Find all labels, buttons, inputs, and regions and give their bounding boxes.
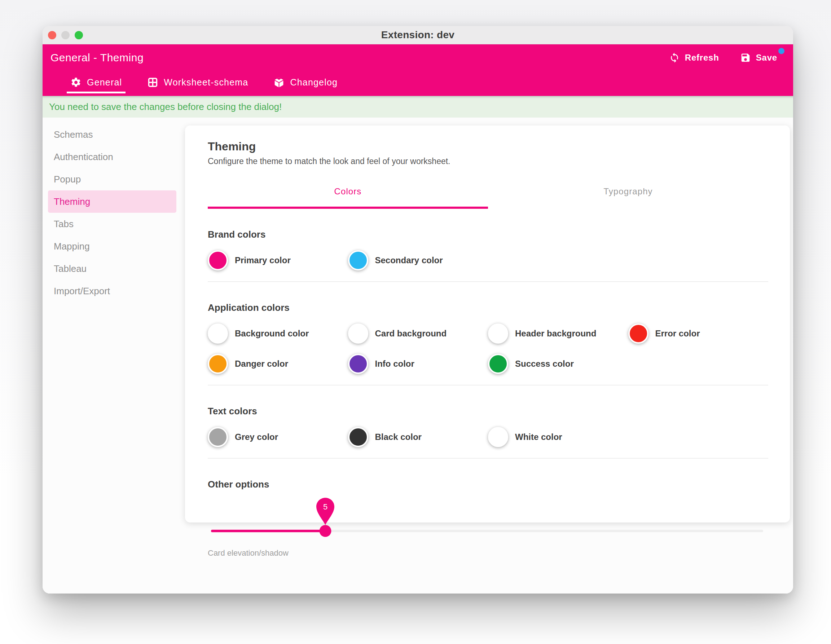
sidebar-item-tabs[interactable]: Tabs	[48, 213, 177, 235]
swatch-success-color: Success color	[488, 354, 628, 374]
slider-value-balloon: 5	[315, 497, 336, 527]
tab-changelog-label: Changelog	[290, 77, 337, 87]
swatch-info-color: Info color	[348, 354, 488, 374]
slider-track-fill	[211, 530, 329, 532]
danger-color-swatch[interactable]	[208, 354, 228, 374]
tab-colors[interactable]: Colors	[208, 186, 488, 209]
section-title: Other options	[208, 479, 768, 490]
tab-typography[interactable]: Typography	[488, 186, 768, 209]
swatch-label: Primary color	[235, 255, 291, 266]
tab-changelog[interactable]: Changelog	[270, 77, 341, 96]
settings-sidebar: Schemas Authentication Popup Theming Tab…	[48, 123, 177, 302]
swatch-label: Grey color	[235, 432, 278, 442]
black-color-swatch[interactable]	[348, 427, 368, 447]
swatch-label: Success color	[515, 359, 574, 369]
save-button-label: Save	[756, 52, 777, 63]
secondary-color-swatch[interactable]	[348, 250, 368, 270]
floppy-disk-icon	[740, 52, 751, 63]
card-tab-bar: Colors Typography	[208, 186, 768, 209]
refresh-button-label: Refresh	[685, 52, 719, 63]
swatch-background-color: Background color	[208, 323, 348, 343]
card-background-swatch[interactable]	[348, 323, 368, 343]
section-title: Text colors	[208, 405, 768, 417]
tab-general-label: General	[87, 77, 122, 87]
swatch-secondary-color: Secondary color	[348, 250, 488, 270]
section-divider	[208, 458, 768, 459]
section-text-colors: Text colors Grey color Black color White…	[208, 405, 768, 459]
swatch-card-background: Card background	[348, 323, 488, 343]
swatch-primary-color: Primary color	[208, 250, 348, 270]
primary-color-swatch[interactable]	[208, 250, 228, 270]
window-title: Extension: dev	[43, 29, 793, 41]
sidebar-item-tableau[interactable]: Tableau	[48, 258, 177, 280]
sidebar-item-mapping[interactable]: Mapping	[48, 235, 177, 258]
swatch-header-background: Header background	[488, 323, 628, 343]
elevation-slider: 5	[208, 497, 768, 543]
save-button[interactable]: Save	[740, 52, 777, 63]
section-title: Application colors	[208, 302, 768, 313]
card-title: Theming	[208, 140, 768, 153]
swatch-label: Background color	[235, 329, 309, 339]
section-other-options: Other options 5 Card elevation/shadow	[208, 479, 768, 558]
section-brand-colors: Brand colors Primary color Secondary col…	[208, 229, 768, 282]
theming-card: Theming Configure the theme to match the…	[185, 126, 790, 523]
slider-caption: Card elevation/shadow	[208, 549, 768, 558]
error-color-swatch[interactable]	[628, 323, 648, 343]
sidebar-item-popup[interactable]: Popup	[48, 168, 177, 191]
swatch-black-color: Black color	[348, 427, 488, 447]
section-title: Brand colors	[208, 229, 768, 240]
swatch-danger-color: Danger color	[208, 354, 348, 374]
alert-bar: You need to save the changes before clos…	[43, 96, 793, 118]
table-grid-icon	[147, 77, 158, 88]
app-window: Extension: dev General - Theming Refresh…	[43, 26, 793, 593]
swatch-error-color: Error color	[628, 323, 769, 343]
header-background-swatch[interactable]	[488, 323, 508, 343]
swatch-label: Info color	[375, 359, 414, 369]
section-divider	[208, 385, 768, 385]
sidebar-item-import-export[interactable]: Import/Export	[48, 280, 177, 302]
background-color-swatch[interactable]	[208, 323, 228, 343]
tab-worksheet-schema-label: Worksheet-schema	[164, 77, 248, 87]
swatch-label: Black color	[375, 432, 422, 442]
swatch-grey-color: Grey color	[208, 427, 348, 447]
success-color-swatch[interactable]	[488, 354, 508, 374]
refresh-button[interactable]: Refresh	[669, 52, 719, 63]
section-divider	[208, 281, 768, 282]
swatch-label: White color	[515, 432, 562, 442]
section-application-colors: Application colors Background color Card…	[208, 302, 768, 385]
header-tab-bar: General Worksheet-schema Changelog	[67, 77, 341, 96]
swatch-label: Card background	[375, 329, 447, 339]
tab-worksheet-schema[interactable]: Worksheet-schema	[143, 77, 252, 96]
swatch-white-color: White color	[488, 427, 628, 447]
slider-thumb[interactable]	[320, 525, 331, 537]
sync-icon	[669, 52, 680, 63]
content-area: Schemas Authentication Popup Theming Tab…	[43, 118, 793, 593]
swatch-label: Secondary color	[375, 255, 443, 266]
swatch-label: Header background	[515, 329, 596, 339]
white-color-swatch[interactable]	[488, 427, 508, 447]
sidebar-item-schemas[interactable]: Schemas	[48, 123, 177, 146]
info-color-swatch[interactable]	[348, 354, 368, 374]
unsaved-changes-dot	[778, 48, 785, 54]
card-description: Configure the theme to match the look an…	[208, 156, 768, 166]
swatch-label: Danger color	[235, 359, 288, 369]
gear-icon	[70, 77, 81, 88]
tab-general[interactable]: General	[67, 77, 126, 96]
package-icon	[274, 77, 285, 88]
slider-value-label: 5	[323, 502, 328, 511]
sidebar-item-theming[interactable]: Theming	[48, 191, 177, 213]
app-header: General - Theming Refresh Save	[43, 45, 793, 96]
swatch-label: Error color	[655, 329, 700, 339]
titlebar: Extension: dev	[43, 26, 793, 45]
alert-message: You need to save the changes before clos…	[49, 101, 282, 113]
grey-color-swatch[interactable]	[208, 427, 228, 447]
page-title: General - Theming	[51, 52, 143, 64]
sidebar-item-authentication[interactable]: Authentication	[48, 146, 177, 168]
